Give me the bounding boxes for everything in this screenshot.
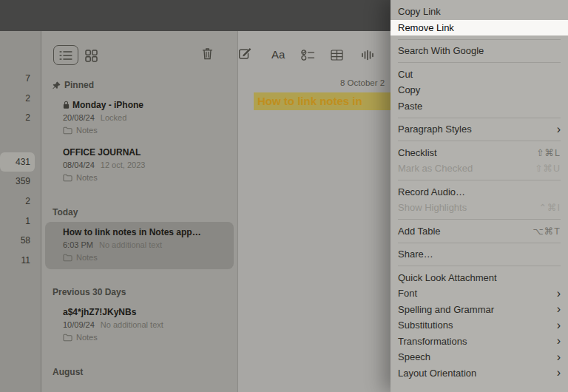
menu-item-shortcut: ⌥⌘T	[532, 226, 561, 237]
menu-item-record-audio[interactable]: Record Audio…	[390, 184, 568, 200]
menu-item-label: Share…	[398, 249, 561, 260]
note-item-meta: 20/08/24Locked	[63, 113, 226, 123]
submenu-chevron-icon: ›	[557, 123, 561, 136]
menu-item-copy-link[interactable]: Copy Link	[390, 4, 568, 20]
menu-item-label: Mark as Checked	[398, 163, 529, 174]
menu-item-label: Search With Google	[398, 45, 561, 56]
note-list-item[interactable]: a$4*jhZ7!JKyNBs10/09/24No additional tex…	[45, 302, 234, 349]
menu-item-shortcut: ⇧⌘L	[536, 147, 561, 158]
menu-item-label: Paste	[398, 101, 561, 112]
checklist-icon[interactable]	[301, 50, 315, 61]
format-text[interactable]: Aa	[271, 48, 285, 61]
note-item-title: OFFICE JOURNAL	[63, 147, 226, 158]
note-item-folder: Notes	[63, 333, 226, 342]
note-list-item[interactable]: Monday - iPhone20/08/24LockedNotes	[45, 95, 234, 142]
menu-separator	[398, 219, 561, 220]
menu-item-remove-link[interactable]: Remove Link	[390, 20, 568, 36]
submenu-chevron-icon: ›	[557, 287, 561, 300]
folder-icon	[63, 174, 72, 182]
menu-item-speech[interactable]: Speech›	[390, 349, 568, 365]
menu-item-search-with-google[interactable]: Search With Google	[390, 43, 568, 59]
menu-item-cut[interactable]: Cut	[390, 67, 568, 83]
menu-item-mark-as-checked: Mark as Checked⇧⌘U	[390, 160, 568, 177]
context-menu: Copy LinkRemove LinkSearch With GoogleCu…	[390, 0, 568, 392]
folder-icon	[63, 126, 72, 135]
note-title-heading: How to link notes in	[254, 95, 393, 107]
section-header-august: August	[53, 367, 237, 377]
pin-icon	[53, 81, 61, 89]
table-icon[interactable]	[331, 50, 343, 61]
menu-item-paste[interactable]: Paste	[390, 98, 568, 115]
folder-note-count[interactable]: 2	[0, 192, 35, 212]
menu-separator	[398, 118, 561, 118]
note-item-folder: Notes	[63, 173, 226, 183]
section-header-today: Today	[53, 207, 237, 217]
menu-item-label: Cut	[398, 69, 561, 80]
menu-separator	[398, 62, 561, 63]
menu-item-label: Record Audio…	[398, 186, 561, 197]
notes-app-window: 722431359215811 PinnedMonday - iPhone20/…	[0, 0, 568, 392]
menu-item-copy[interactable]: Copy	[390, 82, 568, 98]
folder-note-count[interactable]: 7	[0, 69, 35, 89]
highlighted-note-title: How to link notes in	[254, 92, 393, 110]
menu-item-label: Show Highlights	[398, 202, 533, 213]
gallery-view-icon[interactable]	[85, 50, 98, 62]
menu-item-label: Copy	[398, 84, 561, 95]
folder-note-count[interactable]: 2	[0, 89, 35, 109]
menu-item-quick-look-attachment[interactable]: Quick Look Attachment	[390, 270, 568, 286]
note-item-meta: 10/09/24No additional text	[63, 320, 226, 330]
menu-item-label: Add Table	[398, 226, 527, 237]
menu-item-font[interactable]: Font›	[390, 285, 568, 302]
trash-icon[interactable]	[202, 47, 213, 60]
menu-item-label: Remove Link	[398, 22, 561, 33]
menu-item-transformations[interactable]: Transformations›	[390, 334, 568, 350]
note-item-meta: 6:03 PMNo additional text	[63, 240, 226, 250]
submenu-chevron-icon: ›	[557, 334, 561, 348]
folder-note-count[interactable]: 1	[0, 212, 35, 232]
note-item-title: How to link notes in Notes app…	[63, 227, 226, 237]
folder-note-count[interactable]: 11	[0, 251, 35, 271]
folder-note-count[interactable]: 58	[0, 231, 35, 251]
submenu-chevron-icon: ›	[557, 366, 561, 379]
menu-item-share[interactable]: Share…	[390, 246, 568, 263]
menu-item-checklist[interactable]: Checklist⇧⌘L	[390, 145, 568, 161]
menu-item-label: Font	[398, 288, 551, 299]
folder-icon	[63, 334, 72, 342]
menu-item-label: Speech	[398, 351, 551, 362]
note-item-title: Monday - iPhone	[63, 100, 226, 110]
folder-note-count[interactable]: 359	[0, 172, 35, 192]
section-header-pinned: Pinned	[53, 80, 237, 90]
note-date-line: 8 October 2	[340, 78, 385, 87]
menu-separator	[398, 141, 561, 141]
submenu-chevron-icon: ›	[557, 303, 561, 316]
menu-item-label: Spelling and Grammar	[398, 304, 551, 315]
folder-note-count[interactable]: 2	[0, 108, 35, 128]
menu-item-label: Transformations	[398, 336, 551, 347]
audio-icon[interactable]	[361, 50, 373, 61]
note-list-item[interactable]: How to link notes in Notes app…6:03 PMNo…	[45, 222, 234, 269]
notes-list-panel: PinnedMonday - iPhone20/08/24LockedNotes…	[41, 31, 237, 392]
menu-separator	[398, 266, 561, 266]
menu-item-label: Checklist	[398, 147, 530, 158]
note-item-meta: 08/04/2412 oct, 2023	[63, 160, 226, 170]
note-item-title: a$4*jhZ7!JKyNBs	[63, 307, 226, 317]
folder-icon	[63, 254, 72, 262]
section-header-label: Previous 30 Days	[53, 287, 126, 297]
folder-note-count[interactable]: 431	[0, 152, 35, 172]
menu-item-layout-orientation[interactable]: Layout Orientation›	[390, 365, 568, 382]
compose-icon[interactable]	[238, 47, 251, 60]
menu-item-shortcut: ⇧⌘U	[535, 163, 561, 174]
menu-item-spelling-and-grammar[interactable]: Spelling and Grammar›	[390, 302, 568, 318]
menu-item-add-table[interactable]: Add Table⌥⌘T	[390, 223, 568, 240]
list-view-icon[interactable]	[53, 45, 78, 65]
menu-item-label: Substitutions	[398, 320, 551, 331]
note-list-item[interactable]: OFFICE JOURNAL08/04/2412 oct, 2023Notes	[45, 142, 234, 189]
menu-item-label: Paragraph Styles	[398, 124, 551, 135]
menu-item-show-highlights: Show Highlights⌃⌘I	[390, 200, 568, 216]
note-item-folder: Notes	[63, 126, 226, 135]
section-header-label: August	[53, 367, 83, 377]
submenu-chevron-icon: ›	[557, 319, 561, 332]
menu-item-paragraph-styles[interactable]: Paragraph Styles›	[390, 121, 568, 138]
menu-item-substitutions[interactable]: Substitutions›	[390, 317, 568, 334]
note-item-folder: Notes	[63, 253, 226, 263]
